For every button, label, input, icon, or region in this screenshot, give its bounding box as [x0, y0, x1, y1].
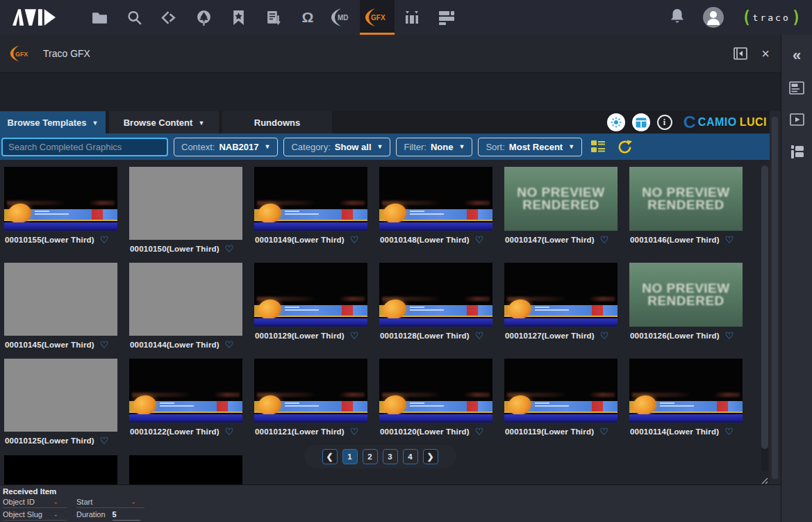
template-thumbnail[interactable]: [379, 359, 492, 423]
context-dropdown[interactable]: Context: NAB2017 ▼: [174, 138, 278, 156]
list-export-icon[interactable]: [256, 0, 290, 35]
favorite-heart-icon[interactable]: ♡: [225, 244, 234, 254]
template-tile[interactable]: 00010129(Lower Third)♡: [254, 263, 367, 341]
template-tile[interactable]: 00010122(Lower Third)♡: [129, 359, 242, 437]
markers-icon[interactable]: [395, 0, 429, 35]
start-field[interactable]: Start -: [76, 498, 144, 508]
template-thumbnail[interactable]: [4, 359, 117, 432]
object-slug-field[interactable]: Object Slug -: [3, 510, 67, 521]
template-thumbnail[interactable]: [129, 359, 242, 423]
template-thumbnail[interactable]: [4, 455, 117, 484]
template-tile[interactable]: 00010150(Lower Third)♡: [129, 167, 242, 254]
template-thumbnail[interactable]: [254, 263, 367, 327]
object-id-field[interactable]: Object ID -: [3, 498, 67, 508]
template-tile[interactable]: 00010149(Lower Third)♡: [254, 167, 367, 245]
notes-panel-icon[interactable]: [788, 79, 805, 96]
panel-scrollbar-thumb[interactable]: [772, 117, 778, 479]
template-tile[interactable]: NO PREVIEW RENDERED00010146(Lower Third)…: [629, 167, 743, 245]
template-thumbnail[interactable]: NO PREVIEW RENDERED: [504, 167, 618, 231]
favorite-heart-icon[interactable]: ♡: [475, 427, 484, 437]
filter-dropdown[interactable]: Filter: None ▼: [396, 138, 472, 156]
template-tile[interactable]: 00010144(Lower Third)♡: [129, 263, 242, 350]
page-button-2[interactable]: 2: [363, 449, 378, 464]
template-tile[interactable]: 00010148(Lower Third)♡: [379, 167, 492, 245]
favorite-heart-icon[interactable]: ♡: [350, 331, 359, 341]
favorite-heart-icon[interactable]: ♡: [350, 235, 359, 245]
template-thumbnail[interactable]: NO PREVIEW RENDERED: [629, 167, 743, 231]
favorite-heart-icon[interactable]: ♡: [225, 427, 234, 437]
md-icon[interactable]: MD: [325, 0, 360, 35]
collapse-sidebar-icon[interactable]: «: [788, 47, 805, 64]
page-button-3[interactable]: 3: [383, 449, 398, 464]
layout-panels-icon[interactable]: [788, 143, 805, 160]
template-thumbnail[interactable]: [4, 263, 117, 336]
template-tile[interactable]: 00010145(Lower Third)♡: [4, 263, 117, 350]
tab-browse-content[interactable]: Browse Content ▼: [109, 111, 219, 133]
favorite-heart-icon[interactable]: ♡: [350, 427, 359, 437]
favorite-heart-icon[interactable]: ♡: [725, 331, 734, 341]
omega-icon[interactable]: Ω: [290, 0, 325, 35]
template-tile[interactable]: 00010125(Lower Third)♡: [4, 359, 117, 446]
content-scrollbar-thumb[interactable]: [761, 165, 768, 449]
template-tile[interactable]: 00010119(Lower Third)♡: [504, 359, 618, 437]
previous-page-button[interactable]: ❮: [322, 449, 338, 464]
gfx-icon[interactable]: GFX: [360, 0, 395, 35]
favorite-heart-icon[interactable]: ♡: [475, 235, 484, 245]
favorite-heart-icon[interactable]: ♡: [725, 235, 734, 245]
template-thumbnail[interactable]: [254, 359, 367, 423]
theme-sun-icon[interactable]: [607, 113, 625, 131]
tree-icon[interactable]: [186, 0, 221, 35]
close-panel-icon[interactable]: ×: [759, 47, 772, 60]
media-player-panel-icon[interactable]: [788, 111, 805, 128]
dock-panel-icon[interactable]: [734, 47, 747, 60]
template-tile[interactable]: 00010155(Lower Third)♡: [4, 167, 117, 245]
storage-icon[interactable]: [429, 0, 464, 35]
favorite-heart-icon[interactable]: ♡: [600, 331, 609, 341]
template-tile[interactable]: 00010120(Lower Third)♡: [379, 359, 492, 437]
template-thumbnail[interactable]: [504, 263, 618, 327]
search-input[interactable]: [1, 138, 168, 156]
tab-rundowns[interactable]: Rundowns: [222, 111, 332, 133]
template-thumbnail[interactable]: [129, 167, 242, 240]
duration-value[interactable]: 5: [113, 510, 140, 521]
media-link-icon[interactable]: [151, 0, 186, 35]
template-thumbnail[interactable]: [129, 455, 242, 484]
template-thumbnail[interactable]: [129, 263, 242, 336]
template-tile[interactable]: 00010128(Lower Third)♡: [379, 263, 492, 341]
folder-icon[interactable]: [82, 0, 117, 35]
template-tile[interactable]: NO PREVIEW RENDERED00010147(Lower Third)…: [504, 167, 618, 245]
layout-window-icon[interactable]: [632, 113, 650, 131]
search-icon[interactable]: [117, 0, 151, 35]
template-thumbnail[interactable]: [504, 359, 618, 423]
panel-scrollbar-track[interactable]: [770, 111, 781, 484]
template-tile[interactable]: 00010121(Lower Third)♡: [254, 359, 367, 437]
resize-handle[interactable]: [760, 475, 768, 483]
tab-browse-templates[interactable]: Browse Templates ▼: [0, 111, 106, 133]
duration-field[interactable]: Duration 5: [76, 510, 140, 521]
template-thumbnail[interactable]: [4, 167, 117, 231]
favorite-heart-icon[interactable]: ♡: [724, 427, 734, 437]
content-scrollbar-track[interactable]: [761, 165, 768, 472]
favorite-heart-icon[interactable]: ♡: [599, 427, 608, 437]
page-button-1[interactable]: 1: [342, 449, 358, 464]
info-icon[interactable]: i: [657, 115, 672, 130]
user-avatar[interactable]: [703, 7, 724, 28]
favorite-heart-icon[interactable]: ♡: [225, 340, 234, 350]
template-thumbnail[interactable]: [629, 359, 743, 423]
template-thumbnail[interactable]: [254, 167, 367, 231]
list-view-toggle-icon[interactable]: [590, 140, 606, 154]
template-thumbnail[interactable]: NO PREVIEW RENDERED: [629, 263, 743, 327]
favorite-heart-icon[interactable]: ♡: [100, 340, 109, 350]
notifications-bell-icon[interactable]: [670, 8, 685, 27]
template-tile[interactable]: 00010127(Lower Third)♡: [504, 263, 618, 341]
template-tile[interactable]: NO PREVIEW RENDERED00010126(Lower Third)…: [629, 263, 743, 341]
template-tile[interactable]: 00010114(Lower Third)♡: [629, 359, 743, 437]
next-page-button[interactable]: ❯: [423, 449, 438, 464]
refresh-icon[interactable]: [617, 139, 633, 155]
favorite-heart-icon[interactable]: ♡: [100, 436, 109, 446]
favorite-heart-icon[interactable]: ♡: [100, 235, 109, 245]
favorite-heart-icon[interactable]: ♡: [600, 235, 609, 245]
sort-dropdown[interactable]: Sort: Most Recent ▼: [478, 138, 582, 156]
favorite-heart-icon[interactable]: ♡: [475, 331, 484, 341]
template-thumbnail[interactable]: [379, 167, 492, 231]
